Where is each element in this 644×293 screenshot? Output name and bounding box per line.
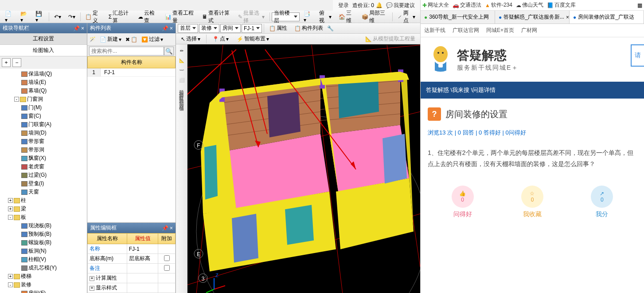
expand-btn[interactable]: + [2, 58, 11, 67]
side-tool-icon[interactable]: 📐 [177, 56, 186, 65]
side-label[interactable]: 偏移 [178, 101, 185, 103]
bookmark-link[interactable]: ▲软件-234 [485, 1, 512, 9]
tree-node[interactable]: 房间(F) [1, 289, 86, 293]
component-search: 🔍 [87, 46, 176, 56]
side-tool-icon[interactable]: ⬜ [177, 75, 186, 84]
tree-node[interactable]: 门联窗(A) [1, 120, 86, 129]
bookmark-link[interactable]: 🚗交通违法 [453, 1, 481, 9]
search-go-btn[interactable]: 🔍 [164, 47, 174, 55]
tree-node[interactable]: + 楼梯 [1, 272, 86, 281]
search-box-cut[interactable]: 请 [631, 44, 644, 67]
favorite-btn[interactable]: ☆0 我收藏 [521, 186, 543, 218]
type-select[interactable]: 房间 [220, 24, 241, 33]
undo-btn[interactable]: ↶▾ [51, 12, 64, 21]
pin-icon[interactable]: 📌 × [162, 25, 173, 32]
tree-node[interactable]: 过梁(G) [1, 171, 86, 179]
component-select[interactable]: FJ-1 [242, 24, 262, 33]
select-tool[interactable]: ↖选择▾ [178, 34, 203, 44]
tree-node[interactable]: 预制板(B) [1, 230, 86, 238]
bookmark-link[interactable]: ☁佛山天气 [516, 1, 543, 9]
bookmark-link[interactable]: 📘百度文库 [547, 1, 576, 9]
tree-node[interactable]: 墙洞(D) [1, 129, 86, 137]
close-icon[interactable]: × [566, 14, 569, 20]
table-row[interactable]: 备注 [88, 264, 176, 273]
grid-icon[interactable]: ▦ [637, 2, 642, 8]
tree-node[interactable]: - 门窗洞 [1, 95, 86, 103]
side-tool-icon[interactable]: 〰 [177, 66, 186, 75]
side-label[interactable]: 修剪 [178, 88, 185, 90]
component-tree[interactable]: 保温墙(Q)墙垛(E)幕墙(Q)- 门窗洞门(M)窗(C)门联窗(A)墙洞(D)… [0, 69, 87, 293]
extra-checkbox[interactable] [164, 255, 170, 261]
tab-drawing-input[interactable]: 绘图输入 [0, 45, 87, 56]
side-label[interactable]: 打断 [178, 91, 185, 92]
3d-viewport[interactable]: F E 3 Z [187, 44, 420, 293]
tree-node[interactable]: 带形窗 [1, 137, 86, 146]
row-value[interactable]: FJ-1 [101, 68, 176, 76]
table-row[interactable]: 名称 FJ-1 [88, 244, 176, 254]
browser-tab[interactable]: ●答疑解惑_广联达服务新...× [495, 11, 570, 24]
layer-btn[interactable]: 📑▾ [301, 9, 315, 24]
save-btn[interactable]: 💾▾ [32, 9, 47, 24]
attr-btn[interactable]: 📋属性 [266, 23, 290, 33]
search-input[interactable] [89, 47, 164, 55]
extra-checkbox[interactable] [164, 265, 170, 271]
tree-node[interactable]: 幕墙(Q) [1, 87, 86, 95]
tree-node[interactable]: + 柱 [1, 196, 86, 205]
tree-node[interactable]: 柱帽(V) [1, 255, 86, 264]
tree-node[interactable]: 板洞(N) [1, 247, 86, 255]
nav-link[interactable]: 广联达官网 [453, 27, 479, 34]
new-component-btn[interactable]: 📄新建▾ [97, 34, 125, 44]
side-label[interactable]: 延伸 [178, 85, 185, 87]
collapse-btn[interactable]: − [12, 58, 21, 67]
tree-node[interactable]: - 装修 [1, 281, 86, 289]
side-tool-icon[interactable]: ✏ [177, 46, 186, 55]
tree-node[interactable]: 窗(C) [1, 112, 86, 120]
pin-icon[interactable]: 📌 × [162, 225, 173, 231]
delete-icon[interactable]: ✖ [125, 36, 130, 43]
point-tool[interactable]: 📍点▾ [209, 34, 232, 44]
tree-node[interactable]: 现浇板(B) [1, 222, 86, 230]
side-label[interactable]: 合并 [178, 93, 185, 95]
vote-good-btn[interactable]: 👍0 问得好 [452, 186, 474, 218]
browser-tab[interactable]: ●360导航_新一代安全上网 [421, 11, 495, 24]
browser-tab[interactable]: ●房间装修的设置_广联达 [570, 11, 644, 24]
complist-btn[interactable]: 📋构件列表 [291, 23, 326, 33]
smart-layout-tool[interactable]: ⚡智能布置▾ [234, 34, 272, 44]
tree-node[interactable]: 墙垛(E) [1, 78, 86, 87]
floor-select[interactable]: 首层 [178, 24, 198, 33]
table-row[interactable]: + 计算属性 [88, 273, 176, 283]
nav-link[interactable]: 同城E+首页 [486, 27, 514, 34]
tree-node[interactable]: - 板 [1, 213, 86, 222]
filter-btn[interactable]: 🔽过滤▾ [138, 34, 166, 44]
pin-icon[interactable]: 📌 × [73, 25, 84, 32]
nav-link[interactable]: 广材网 [521, 27, 537, 34]
tree-node[interactable]: 带形洞 [1, 146, 86, 154]
tree-node[interactable]: 老虎窗 [1, 162, 86, 171]
redo-btn[interactable]: ↷▾ [65, 12, 78, 21]
tree-node[interactable]: 飘窗(X) [1, 154, 86, 162]
extract-btn[interactable]: 📐从模型提取工程量 [362, 34, 418, 44]
bookmark-link[interactable]: ✚网址大全 [422, 1, 449, 9]
side-label[interactable]: 分割 [178, 96, 185, 98]
wizard-icon[interactable]: 🪄 [89, 36, 96, 43]
new-btn[interactable]: 📄▾ [2, 9, 16, 24]
tree-node[interactable]: 螺旋板(B) [1, 238, 86, 247]
tree-node[interactable]: 壁龛(I) [1, 179, 86, 188]
side-label[interactable]: 对齐 [178, 99, 185, 100]
table-row[interactable]: 底标高(m) 层底标高 [88, 254, 176, 264]
floor-dropdown[interactable]: 当前楼层 [272, 12, 300, 21]
nav-link[interactable]: 达新干线 [424, 27, 445, 34]
tree-node[interactable]: + 梁 [1, 205, 86, 213]
tree-node[interactable]: 保温墙(Q) [1, 70, 86, 78]
tree-node[interactable]: 天窗 [1, 188, 86, 196]
tool-icon[interactable]: 🔧 [327, 25, 334, 32]
table-row[interactable]: 1 FJ-1 [87, 68, 176, 77]
tree-node[interactable]: 门(M) [1, 103, 86, 112]
copy-icon[interactable]: 📋 [131, 36, 137, 43]
open-btn[interactable]: 📂▾ [17, 9, 32, 24]
category-select[interactable]: 装修 [199, 24, 219, 33]
tab-project-settings[interactable]: 工程设置 [0, 33, 87, 45]
tree-node[interactable]: 成孔芯模(Y) [1, 264, 86, 272]
share-btn[interactable]: ↗0 我分 [591, 186, 613, 218]
table-row[interactable]: + 显示样式 [88, 283, 176, 293]
